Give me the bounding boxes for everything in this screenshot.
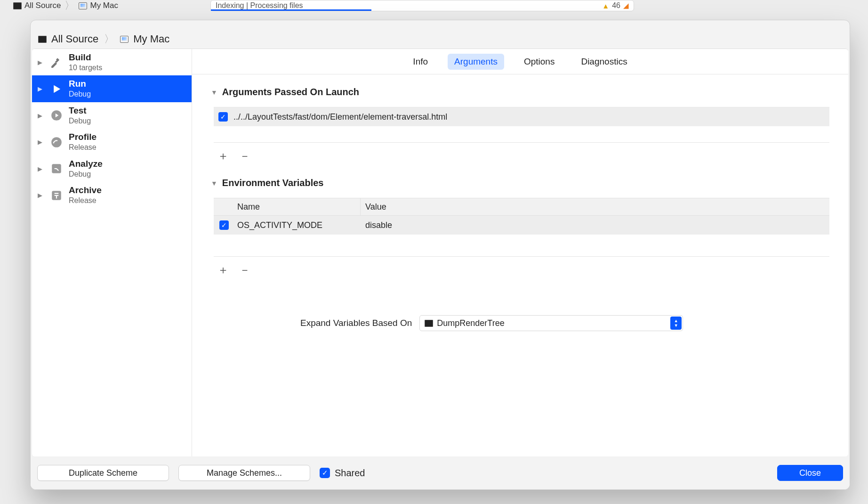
disclosure-triangle-icon[interactable]: ▼ bbox=[211, 179, 217, 187]
env-enable-checkbox[interactable]: ✓ bbox=[219, 220, 229, 230]
phase-subtitle: 10 targets bbox=[69, 64, 102, 72]
argument-row[interactable]: ✓ ../../LayoutTests/fast/dom/Element/ele… bbox=[214, 107, 829, 126]
env-row[interactable]: ✓ OS_ACTIVITY_MODE disable bbox=[214, 216, 829, 235]
phase-sidebar: ▶ Build 10 targets ▶ Run Debug bbox=[32, 49, 192, 456]
sheet-footer: Duplicate Scheme Manage Schemes... ✓ Sha… bbox=[31, 456, 850, 489]
env-col-name[interactable]: Name bbox=[234, 198, 361, 215]
disclosure-icon[interactable]: ▶ bbox=[38, 165, 44, 172]
disclosure-icon[interactable]: ▶ bbox=[38, 138, 44, 146]
argument-value[interactable]: ../../LayoutTests/fast/dom/Element/eleme… bbox=[233, 112, 447, 122]
sidebar-item-test[interactable]: ▶ Test Debug bbox=[32, 102, 192, 129]
dropdown-stepper-icon[interactable]: ▲▼ bbox=[670, 317, 682, 330]
disclosure-icon[interactable]: ▶ bbox=[38, 112, 44, 119]
phase-subtitle: Debug bbox=[69, 117, 91, 125]
warning-icon: ▲ bbox=[602, 2, 609, 10]
divider bbox=[214, 142, 829, 143]
monitor-icon bbox=[120, 36, 129, 42]
sidebar-item-run[interactable]: ▶ Run Debug bbox=[32, 75, 192, 102]
dropdown-selection: DumpRenderTree bbox=[437, 318, 504, 328]
destination-name: My Mac bbox=[90, 1, 118, 10]
play-icon bbox=[49, 81, 64, 97]
section-title: Environment Variables bbox=[222, 178, 324, 188]
progress-bar bbox=[211, 9, 371, 11]
tab-arguments[interactable]: Arguments bbox=[448, 54, 504, 70]
sidebar-item-archive[interactable]: ▶ Archive Release bbox=[32, 182, 192, 208]
phase-title: Test bbox=[69, 106, 91, 116]
phase-subtitle: Debug bbox=[69, 170, 103, 179]
tab-info[interactable]: Info bbox=[406, 54, 434, 70]
gauge-icon bbox=[49, 135, 64, 150]
scheme-editor-sheet: All Source 〉 My Mac ▶ Build 10 targets ▶ bbox=[30, 20, 850, 490]
tab-diagnostics[interactable]: Diagnostics bbox=[574, 54, 634, 70]
phase-title: Analyze bbox=[69, 159, 103, 169]
disclosure-icon[interactable]: ▶ bbox=[38, 85, 44, 92]
wrench-play-icon bbox=[49, 108, 64, 123]
hammer-icon bbox=[49, 55, 64, 70]
env-section-header[interactable]: ▼ Environment Variables bbox=[211, 178, 829, 188]
shared-option[interactable]: ✓ Shared bbox=[320, 468, 365, 479]
scheme-name: All Source bbox=[24, 1, 61, 10]
arguments-section-header[interactable]: ▼ Arguments Passed On Launch bbox=[211, 87, 829, 98]
argument-enable-checkbox[interactable]: ✓ bbox=[218, 112, 228, 122]
chevron-right-icon: 〉 bbox=[103, 32, 115, 46]
close-button[interactable]: Close bbox=[777, 465, 843, 481]
env-var-value[interactable]: disable bbox=[361, 220, 829, 230]
duplicate-scheme-button[interactable]: Duplicate Scheme bbox=[37, 465, 169, 481]
archive-icon bbox=[49, 188, 64, 203]
chevron-right-icon: 〉 bbox=[64, 0, 76, 13]
add-env-button[interactable]: ＋ bbox=[217, 262, 229, 277]
terminal-icon bbox=[13, 2, 22, 9]
disclosure-triangle-icon[interactable]: ▼ bbox=[211, 89, 217, 96]
add-argument-button[interactable]: ＋ bbox=[217, 148, 229, 163]
status-text: Indexing | Processing files bbox=[216, 1, 303, 10]
breadcrumb-scheme: All Source bbox=[51, 33, 98, 45]
shared-checkbox[interactable]: ✓ bbox=[320, 468, 330, 478]
terminal-icon bbox=[38, 36, 47, 42]
phase-title: Profile bbox=[69, 132, 96, 142]
manage-schemes-button[interactable]: Manage Schemes... bbox=[178, 465, 310, 481]
phase-subtitle: Release bbox=[69, 196, 102, 205]
monitor-icon bbox=[79, 2, 87, 9]
remove-env-button[interactable]: － bbox=[239, 262, 250, 277]
svg-point-1 bbox=[51, 137, 62, 147]
env-var-name[interactable]: OS_ACTIVITY_MODE bbox=[234, 220, 361, 230]
env-col-value[interactable]: Value bbox=[361, 198, 829, 215]
sidebar-item-profile[interactable]: ▶ Profile Release bbox=[32, 129, 192, 155]
tab-bar: Info Arguments Options Diagnostics bbox=[192, 49, 848, 74]
phase-title: Run bbox=[69, 79, 91, 89]
fixit-icon: ◢ bbox=[623, 1, 629, 10]
divider bbox=[214, 256, 829, 257]
remove-argument-button[interactable]: － bbox=[239, 148, 250, 163]
terminal-icon bbox=[425, 320, 433, 326]
breadcrumb-dest: My Mac bbox=[133, 33, 169, 45]
disclosure-icon[interactable]: ▶ bbox=[38, 59, 44, 66]
env-table-header: Name Value bbox=[214, 198, 829, 216]
expand-variables-label: Expand Variables Based On bbox=[300, 318, 412, 328]
sidebar-item-analyze[interactable]: ▶ Analyze Debug bbox=[32, 155, 192, 182]
phase-subtitle: Debug bbox=[69, 90, 91, 98]
analyze-icon bbox=[49, 161, 64, 176]
section-title: Arguments Passed On Launch bbox=[222, 87, 359, 98]
phase-title: Build bbox=[69, 53, 102, 63]
warning-count: 46 bbox=[612, 1, 620, 10]
disclosure-icon[interactable]: ▶ bbox=[38, 192, 44, 199]
expand-variables-dropdown[interactable]: DumpRenderTree ▲▼ bbox=[419, 315, 683, 331]
sidebar-item-build[interactable]: ▶ Build 10 targets bbox=[32, 49, 192, 75]
shared-label: Shared bbox=[335, 468, 365, 479]
window-toolbar: All Source 〉 My Mac Indexing | Processin… bbox=[0, 0, 868, 14]
env-table: Name Value ✓ OS_ACTIVITY_MODE disable bbox=[214, 198, 829, 235]
scheme-target-picker[interactable]: All Source 〉 My Mac bbox=[9, 0, 122, 11]
sheet-breadcrumb: All Source 〉 My Mac bbox=[31, 20, 850, 49]
activity-status[interactable]: Indexing | Processing files ▲ 46 ◢ bbox=[210, 0, 634, 11]
phase-subtitle: Release bbox=[69, 143, 96, 152]
tab-options[interactable]: Options bbox=[517, 54, 561, 70]
phase-title: Archive bbox=[69, 186, 102, 195]
arguments-table: ✓ ../../LayoutTests/fast/dom/Element/ele… bbox=[214, 107, 829, 126]
